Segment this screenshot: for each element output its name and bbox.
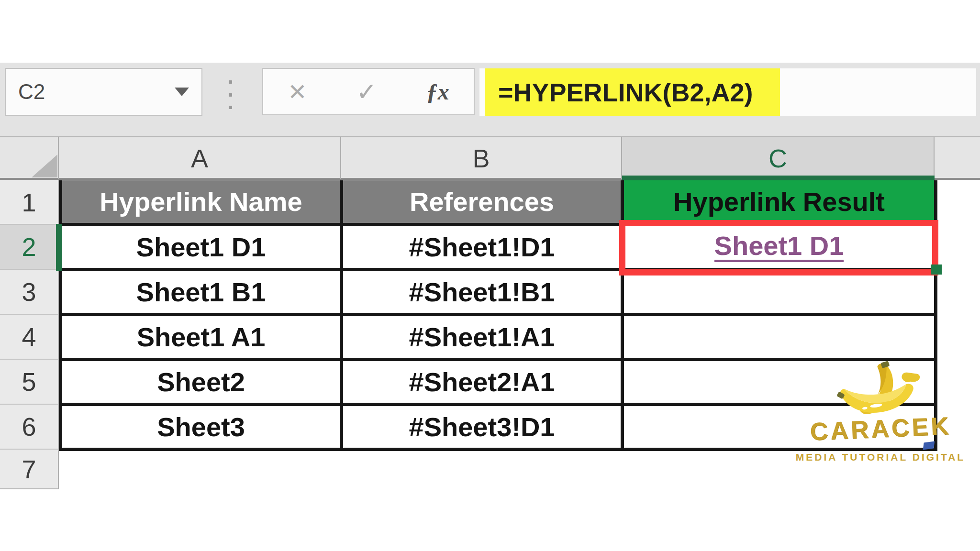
cell-a2[interactable]: Sheet1 D1 <box>62 226 340 268</box>
formula-bar-drag-handle[interactable] <box>229 80 233 109</box>
name-box[interactable]: C2 <box>5 68 202 116</box>
selected-row-accent <box>56 224 62 271</box>
select-all-icon[interactable] <box>32 154 57 177</box>
row-header-5[interactable]: 5 <box>0 360 58 405</box>
cell-b2[interactable]: #Sheet1!D1 <box>343 226 621 268</box>
excel-screenshot: C2 ✕ ✓ ƒx =HYPERLINK(B2,A2) A B C 1 2 3 … <box>0 0 980 551</box>
grid-border <box>59 403 937 406</box>
cell-b1[interactable]: References <box>343 180 621 223</box>
column-header-b[interactable]: B <box>341 137 622 179</box>
red-annotation-box <box>619 220 938 276</box>
cell-c3[interactable] <box>624 271 934 313</box>
cell-a6[interactable]: Sheet3 <box>62 406 340 448</box>
fill-handle[interactable] <box>931 264 942 275</box>
row-header-2[interactable]: 2 <box>0 225 58 270</box>
row-header-6[interactable]: 6 <box>0 405 58 450</box>
row-header-1[interactable]: 1 <box>0 180 58 225</box>
cell-b5[interactable]: #Sheet2!A1 <box>343 361 621 403</box>
column-header-a[interactable]: A <box>59 137 341 179</box>
formula-text[interactable]: =HYPERLINK(B2,A2) <box>485 77 753 107</box>
cancel-icon[interactable]: ✕ <box>288 78 307 105</box>
cell-c4[interactable] <box>624 316 934 358</box>
insert-function-icon[interactable]: ƒx <box>426 78 449 105</box>
name-box-dropdown-icon[interactable] <box>175 88 189 96</box>
cell-a4[interactable]: Sheet1 A1 <box>62 316 340 358</box>
name-box-value[interactable]: C2 <box>6 80 175 104</box>
formula-highlight[interactable]: =HYPERLINK(B2,A2) <box>485 68 780 116</box>
column-header-c[interactable]: C <box>622 137 935 179</box>
enter-check-icon[interactable]: ✓ <box>356 77 377 106</box>
cell-a1[interactable]: Hyperlink Name <box>62 180 340 223</box>
row-header-7[interactable]: 7 <box>0 450 58 489</box>
cell-b4[interactable]: #Sheet1!A1 <box>343 316 621 358</box>
grid-border <box>59 313 937 316</box>
row-header-3[interactable]: 3 <box>0 270 58 315</box>
row-header-4[interactable]: 4 <box>0 315 58 360</box>
cell-c1[interactable]: Hyperlink Result <box>624 180 934 223</box>
cell-a3[interactable]: Sheet1 B1 <box>62 271 340 313</box>
grid-border <box>59 448 937 451</box>
grid-border <box>59 358 937 361</box>
formula-bar-buttons: ✕ ✓ ƒx <box>262 68 475 115</box>
cell-b3[interactable]: #Sheet1!B1 <box>343 271 621 313</box>
cell-b6[interactable]: #Sheet3!D1 <box>343 406 621 448</box>
logo-tagline-text: MEDIA TUTORIAL DIGITAL <box>792 452 969 463</box>
cell-a5[interactable]: Sheet2 <box>62 361 340 403</box>
selected-column-accent <box>622 176 935 180</box>
column-header-d[interactable] <box>935 137 980 179</box>
